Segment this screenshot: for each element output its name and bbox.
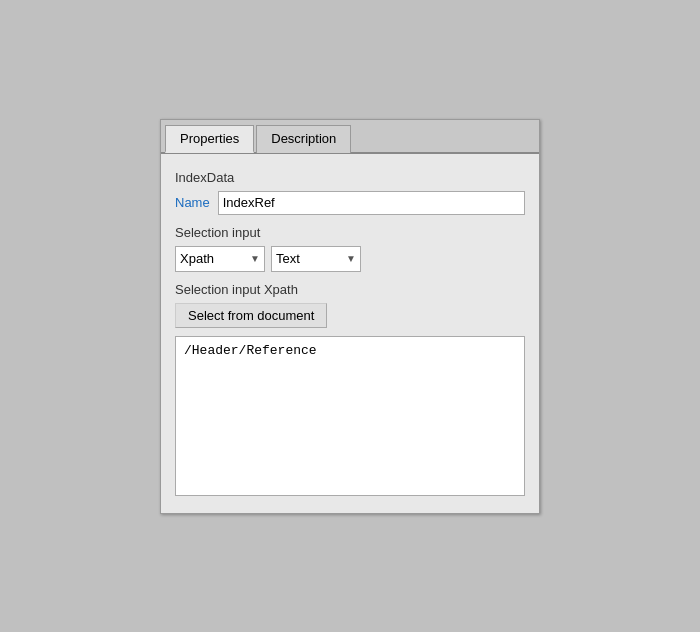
name-input[interactable] [218,191,525,215]
xpath-textarea[interactable]: /Header/Reference [175,336,525,496]
tab-properties[interactable]: Properties [165,125,254,153]
text-dropdown-value: Text [276,251,342,266]
panel-content: IndexData Name Selection input Xpath ▼ T… [161,154,539,513]
selection-input-label: Selection input [175,225,525,240]
name-label: Name [175,195,210,210]
xpath-dropdown-arrow-icon: ▼ [250,253,260,264]
select-from-document-button[interactable]: Select from document [175,303,327,328]
indexdata-section-label: IndexData [175,170,525,185]
xpath-dropdown-value: Xpath [180,251,246,266]
tab-bar: Properties Description [161,120,539,154]
selection-input-xpath-label: Selection input Xpath [175,282,525,297]
tab-description[interactable]: Description [256,125,351,153]
xpath-dropdown[interactable]: Xpath ▼ [175,246,265,272]
name-field-row: Name [175,191,525,215]
text-dropdown[interactable]: Text ▼ [271,246,361,272]
text-dropdown-arrow-icon: ▼ [346,253,356,264]
selection-input-dropdowns: Xpath ▼ Text ▼ [175,246,525,272]
properties-panel: Properties Description IndexData Name Se… [160,119,540,514]
